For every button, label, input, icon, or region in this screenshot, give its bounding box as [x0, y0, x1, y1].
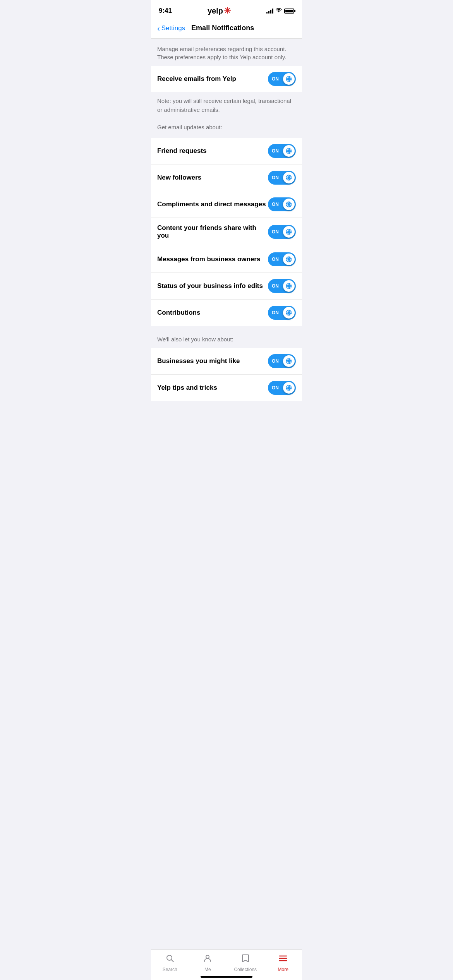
wifi-icon: [276, 8, 282, 14]
toggle-thumb: [283, 145, 295, 157]
svg-rect-86: [288, 389, 289, 391]
page-title: Email Notifications: [191, 24, 254, 32]
svg-rect-7: [286, 79, 288, 79]
person-icon: [203, 954, 212, 965]
section-divider: [151, 326, 302, 329]
svg-rect-32: [288, 206, 289, 207]
svg-rect-70: [286, 312, 288, 313]
business-info-edits-toggle[interactable]: ON: [268, 279, 296, 293]
svg-rect-84: [290, 387, 292, 388]
toggle-on-text: ON: [272, 310, 279, 315]
toggle-thumb: [283, 382, 295, 394]
svg-rect-10: [288, 148, 289, 150]
svg-rect-3: [290, 79, 292, 79]
also-section-header: We'll also let you know about:: [151, 329, 302, 348]
yelp-tips-toggle[interactable]: ON: [268, 381, 296, 395]
toggle-yelp-icon: [285, 256, 292, 263]
svg-rect-68: [288, 314, 289, 315]
back-chevron-icon: ‹: [157, 24, 160, 32]
svg-rect-19: [288, 175, 289, 176]
svg-rect-37: [288, 229, 289, 231]
tab-me-label: Me: [204, 967, 211, 972]
top-description: Manage email preferences regarding this …: [151, 39, 302, 66]
svg-rect-75: [290, 361, 292, 362]
toggle-on-text: ON: [272, 148, 279, 154]
tab-me[interactable]: Me: [189, 954, 227, 972]
svg-rect-82: [288, 385, 289, 387]
svg-rect-46: [288, 257, 289, 258]
toggle-on-text: ON: [272, 202, 279, 207]
toggle-thumb: [283, 199, 295, 210]
svg-rect-77: [288, 362, 289, 364]
toggle-on-text: ON: [272, 229, 279, 235]
messages-business-label: Messages from business owners: [157, 255, 268, 263]
contributions-label: Contributions: [157, 309, 268, 317]
new-followers-toggle[interactable]: ON: [268, 171, 296, 185]
svg-rect-55: [288, 283, 289, 285]
businesses-like-toggle[interactable]: ON: [268, 354, 296, 368]
toggle-thumb: [283, 73, 295, 85]
receive-emails-row: Receive emails from Yelp ON: [151, 66, 302, 92]
toggle-on-text: ON: [272, 283, 279, 289]
toggle-yelp-icon: [285, 75, 292, 82]
app-logo: yelp ✳: [208, 6, 231, 16]
toggle-yelp-icon: [285, 174, 292, 181]
bookmark-icon: [241, 954, 250, 965]
messages-business-row: Messages from business owners ON: [151, 246, 302, 273]
svg-rect-14: [288, 152, 289, 154]
compliments-label: Compliments and direct messages: [157, 200, 268, 208]
messages-business-toggle[interactable]: ON: [268, 252, 296, 266]
svg-rect-61: [286, 286, 288, 286]
menu-icon: [278, 954, 288, 965]
svg-rect-34: [286, 204, 288, 205]
status-icons: [266, 8, 294, 14]
yelp-burst-icon: ✳: [224, 6, 231, 16]
svg-rect-23: [288, 179, 289, 180]
content-friends-row: Content your friends share with you ON: [151, 218, 302, 246]
svg-rect-16: [286, 151, 288, 151]
yelp-tips-row: Yelp tips and tricks ON: [151, 375, 302, 401]
svg-rect-41: [288, 233, 289, 235]
svg-rect-39: [290, 231, 292, 232]
content: Manage email preferences regarding this …: [151, 39, 302, 432]
search-icon: [165, 954, 175, 965]
svg-rect-66: [290, 312, 292, 313]
toggle-thumb: [283, 254, 295, 265]
contributions-toggle[interactable]: ON: [268, 306, 296, 320]
back-button[interactable]: ‹ Settings: [157, 24, 185, 32]
svg-rect-21: [290, 177, 292, 178]
toggle-yelp-icon: [285, 147, 292, 154]
signal-icon: [266, 8, 273, 14]
svg-rect-50: [288, 260, 289, 262]
toggle-yelp-icon: [285, 384, 292, 391]
compliments-toggle[interactable]: ON: [268, 197, 296, 211]
svg-rect-43: [286, 231, 288, 232]
nav-header: ‹ Settings Email Notifications: [151, 19, 302, 39]
also-toggle-section: Businesses you might like ON: [151, 348, 302, 401]
svg-rect-73: [288, 358, 289, 360]
tab-more-label: More: [278, 967, 288, 972]
receive-emails-toggle[interactable]: ON: [268, 72, 296, 86]
status-time: 9:41: [159, 7, 172, 15]
new-followers-label: New followers: [157, 174, 268, 182]
friend-requests-toggle[interactable]: ON: [268, 144, 296, 158]
toggle-thumb: [283, 355, 295, 367]
tab-search[interactable]: Search: [151, 954, 189, 972]
svg-rect-30: [290, 204, 292, 205]
content-friends-toggle[interactable]: ON: [268, 225, 296, 239]
tab-more[interactable]: More: [264, 954, 302, 972]
tab-collections[interactable]: Collections: [226, 954, 264, 972]
yelp-wordmark: yelp: [208, 7, 223, 15]
toggle-on-text: ON: [272, 76, 279, 82]
businesses-like-label: Businesses you might like: [157, 357, 268, 365]
back-label: Settings: [161, 24, 185, 32]
battery-icon: [284, 9, 294, 14]
svg-rect-52: [286, 259, 288, 260]
svg-rect-25: [286, 177, 288, 178]
toggle-on-text: ON: [272, 175, 279, 180]
svg-rect-59: [288, 287, 289, 289]
svg-point-92: [206, 955, 209, 958]
new-followers-row: New followers ON: [151, 164, 302, 191]
toggle-yelp-icon: [285, 358, 292, 365]
toggle-thumb: [283, 226, 295, 238]
